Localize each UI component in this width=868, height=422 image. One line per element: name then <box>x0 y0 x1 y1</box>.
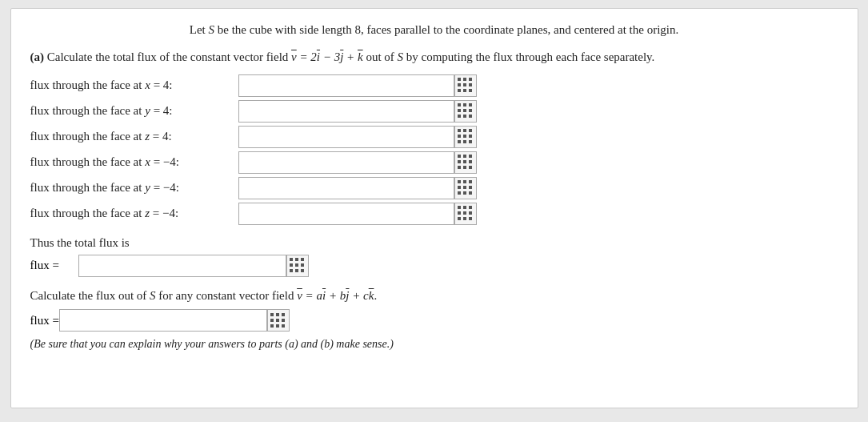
intro-text: Let S be the cube with side length 8, fa… <box>30 23 838 37</box>
part-a-label: (a) <box>30 50 45 63</box>
part-b-section: Calculate the flux out of S for any cons… <box>30 287 838 352</box>
s-var-a: S <box>398 50 404 63</box>
flux-row-yn4: flux through the face at y = −4: <box>30 177 838 199</box>
flux-input-yn4[interactable] <box>238 177 454 199</box>
flux-input-xn4[interactable] <box>238 151 454 174</box>
grid-dots-xn4 <box>458 155 473 170</box>
total-flux-prefix: flux = <box>30 259 78 272</box>
grid-dots-z4 <box>458 129 473 144</box>
part-b-flux-row: flux = <box>30 309 838 332</box>
flux-label-yn4: flux through the face at y = −4: <box>30 181 238 195</box>
grid-button-yn4[interactable] <box>454 177 477 199</box>
grid-dots-b <box>270 313 286 328</box>
italic-note: (Be sure that you can explain why your a… <box>30 338 838 351</box>
grid-dots-total <box>290 258 305 273</box>
flux-input-zn4[interactable] <box>238 203 454 225</box>
total-flux-section: Thus the total flux is flux = <box>30 236 838 277</box>
flux-input-x4[interactable] <box>238 74 454 97</box>
flux-row-y4: flux through the face at y = 4: <box>30 100 838 123</box>
part-b-flux-prefix: flux = <box>30 314 59 328</box>
part-a-header: (a) Calculate the total flux of the cons… <box>30 48 838 66</box>
flux-rows-container: flux through the face at x = 4: flux thr… <box>30 74 838 225</box>
total-flux-input[interactable] <box>78 255 286 277</box>
grid-dots-zn4 <box>458 206 473 221</box>
flux-row-z4: flux through the face at z = 4: <box>30 126 838 148</box>
grid-button-total[interactable] <box>286 255 309 277</box>
flux-row-x4: flux through the face at x = 4: <box>30 74 838 97</box>
part-b-flux-input[interactable] <box>59 309 267 332</box>
grid-button-z4[interactable] <box>454 126 477 148</box>
grid-button-x4[interactable] <box>454 74 477 97</box>
total-flux-row: flux = <box>30 255 838 277</box>
flux-input-z4[interactable] <box>238 126 454 148</box>
grid-button-zn4[interactable] <box>454 203 477 225</box>
flux-label-zn4: flux through the face at z = −4: <box>30 207 238 220</box>
flux-label-xn4: flux through the face at x = −4: <box>30 155 238 169</box>
flux-row-zn4: flux through the face at z = −4: <box>30 203 838 225</box>
flux-input-y4[interactable] <box>238 100 454 123</box>
grid-dots-yn4 <box>458 180 473 195</box>
total-flux-intro: Thus the total flux is <box>30 236 838 250</box>
grid-button-b[interactable] <box>267 309 290 332</box>
main-container: Let S be the cube with side length 8, fa… <box>10 8 858 408</box>
flux-row-xn4: flux through the face at x = −4: <box>30 151 838 174</box>
vector-field-b: v = ai + bj + ck <box>297 289 374 302</box>
grid-button-y4[interactable] <box>454 100 477 123</box>
flux-label-y4: flux through the face at y = 4: <box>30 104 238 118</box>
s-variable: S <box>209 23 215 36</box>
grid-dots-y4 <box>458 103 473 119</box>
flux-label-x4: flux through the face at x = 4: <box>30 78 238 92</box>
part-b-header: Calculate the flux out of S for any cons… <box>30 287 838 305</box>
flux-label-z4: flux through the face at z = 4: <box>30 130 238 143</box>
grid-button-xn4[interactable] <box>454 151 477 174</box>
grid-dots-x4 <box>458 78 473 93</box>
vector-field-a: v = 2i − 3j + k <box>291 50 363 63</box>
s-var-b: S <box>150 289 156 302</box>
